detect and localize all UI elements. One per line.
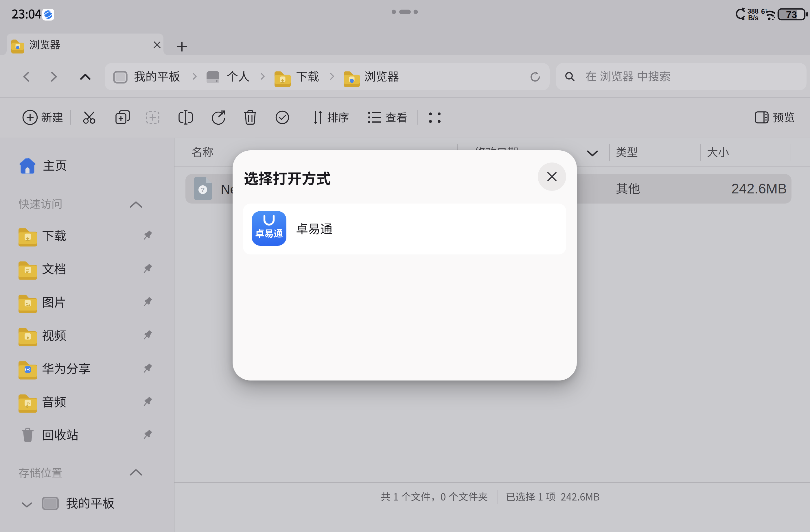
- svg-text:?: ?: [201, 186, 205, 194]
- svg-text:6: 6: [761, 7, 765, 15]
- svg-text:73: 73: [786, 9, 797, 20]
